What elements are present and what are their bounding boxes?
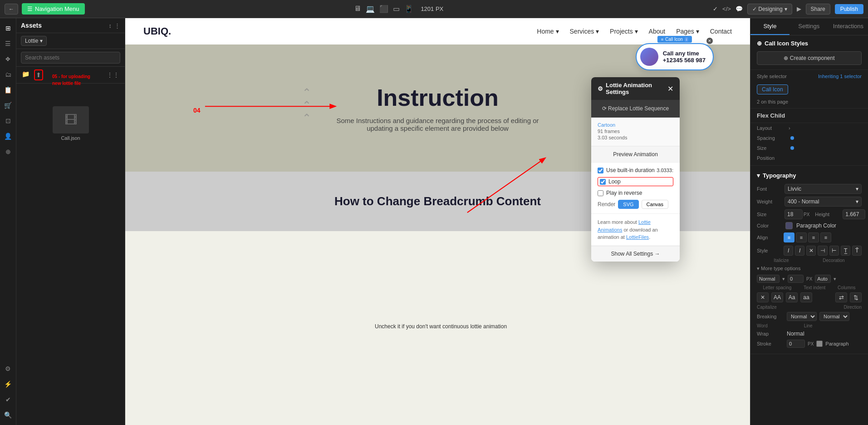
italic-button[interactable]: I (784, 246, 793, 256)
columns-input[interactable] (815, 275, 831, 283)
assets-menu-icon[interactable]: ⋮ (114, 22, 120, 29)
tab-interactions[interactable]: Interactions (829, 18, 868, 35)
folder-icon[interactable]: 📁 (21, 69, 30, 80)
tab-settings[interactable]: Settings (790, 18, 829, 35)
sidebar-item-pages[interactable]: ⊞ (2, 22, 15, 35)
render-svg-button[interactable]: SVG (618, 200, 638, 209)
lowercase-button[interactable]: aa (800, 292, 812, 302)
text-indent-input[interactable] (788, 275, 804, 283)
lottie-animations-link[interactable]: Lottie Animations (598, 219, 651, 232)
nav-contact[interactable]: Contact (710, 28, 732, 35)
direction-ltr-icon[interactable]: ⇄ (835, 292, 847, 302)
call-icon-close-button[interactable]: ✕ (706, 38, 713, 44)
align-right-icon[interactable]: ≡ (808, 232, 819, 242)
height-input[interactable] (843, 209, 865, 219)
sidebar-item-settings[interactable]: ⚙ (2, 362, 15, 375)
breaking-line-select[interactable]: Normal (819, 312, 849, 321)
stroke-input[interactable] (787, 340, 805, 348)
align-justify-icon[interactable]: ≡ (820, 232, 831, 242)
use-builtin-checkbox[interactable] (598, 168, 603, 173)
direction-rtl-icon[interactable]: ⇅ (850, 292, 862, 302)
laptop-icon[interactable]: 💻 (366, 5, 375, 13)
uppercase-button[interactable]: AA (771, 292, 783, 302)
letter-spacing-input[interactable] (757, 275, 780, 283)
sidebar-item-search[interactable]: 🔍 (2, 409, 15, 421)
layout-row[interactable]: Layout › (750, 123, 868, 133)
breaking-labels: Word Line (750, 322, 868, 329)
sidebar-item-apps[interactable]: ⊕ (2, 145, 15, 158)
more-type-options[interactable]: ▾ More type options (750, 264, 868, 273)
sidebar-item-components[interactable]: ❖ (2, 53, 15, 65)
position-row[interactable]: Position (750, 153, 868, 166)
assets-content: 🎞 Call.json (16, 102, 125, 425)
align-left-icon[interactable]: ≡ (784, 232, 794, 242)
assets-collapse-icon[interactable]: ↕ (109, 22, 112, 29)
nav-home[interactable]: Home ▾ (537, 28, 559, 35)
nav-projects[interactable]: Projects ▾ (610, 28, 638, 35)
comment-icon[interactable]: 💬 (736, 5, 743, 12)
underline-button[interactable]: T̲ (841, 246, 850, 256)
nav-services[interactable]: Services ▾ (570, 28, 599, 35)
replace-lottie-button[interactable]: ⟳ Replace Lottie Sequence (591, 100, 680, 118)
italic-style-button[interactable]: I (795, 246, 804, 256)
sidebar-item-assets[interactable]: 🗂 (2, 68, 15, 81)
size-input[interactable] (785, 209, 803, 219)
letter-spacing-row: ▾ PX ▾ (750, 273, 868, 284)
lottie-animation-modal[interactable]: ⚙ Lottie Animation Settings ✕ ⟳ Replace … (591, 77, 680, 262)
stroke-row: Stroke PX Paragraph (750, 338, 868, 349)
tab-style[interactable]: Style (750, 18, 790, 35)
asset-item-call-json[interactable]: 🎞 Call.json (21, 106, 120, 141)
tablet-h-icon[interactable]: ⬛ (379, 5, 388, 13)
sidebar-item-layers[interactable]: ☰ (2, 37, 15, 50)
search-input[interactable] (21, 52, 120, 64)
text-after-button[interactable]: ⊢ (829, 246, 839, 256)
nav-menu-button[interactable]: ☰ Navigation Menu (22, 3, 85, 15)
share-button[interactable]: Share (806, 4, 830, 15)
desktop-icon[interactable]: 🖥 (354, 5, 361, 13)
publish-button[interactable]: Publish (835, 4, 863, 14)
code-icon[interactable]: </> (722, 5, 731, 12)
mobile-icon[interactable]: 📱 (404, 5, 413, 13)
sidebar-item-optimize[interactable]: ⚡ (2, 378, 15, 390)
tablet-v-icon[interactable]: ▭ (393, 5, 400, 13)
canvas-area[interactable]: UBIQ. Home ▾ Services ▾ Projects ▾ About… (125, 18, 750, 425)
breaking-word-select[interactable]: Normal (787, 312, 817, 321)
capitalize-button[interactable]: Aa (786, 292, 798, 302)
render-canvas-button[interactable]: Canvas (642, 200, 668, 209)
nav-pages[interactable]: Pages ▾ (676, 28, 699, 35)
align-center-icon[interactable]: ≡ (796, 232, 807, 242)
loop-checkbox[interactable] (600, 179, 606, 185)
play-icon[interactable]: ▶ (797, 5, 801, 12)
sidebar-item-forms[interactable]: ⊡ (2, 114, 15, 127)
call-icon-widget[interactable]: ≡ Call Icon i ✕ Call any time +12345 568… (636, 43, 714, 70)
preview-animation-button[interactable]: Preview Animation (591, 146, 680, 163)
text-before-button[interactable]: ⊣ (818, 246, 827, 256)
size-row[interactable]: Size (750, 143, 868, 153)
designing-button[interactable]: ✓ Designing ▾ (747, 4, 792, 15)
color-swatch[interactable] (785, 222, 793, 229)
capitalize-row: ✕ AA Aa aa ⇄ ⇅ (750, 291, 868, 304)
show-all-settings-button[interactable]: Show All Settings → (591, 246, 680, 262)
lottie-files-link[interactable]: LottieFiles (626, 234, 649, 240)
grid-view-icon[interactable]: ⋮⋮ (106, 70, 120, 79)
font-select[interactable]: Livvic ▾ (785, 184, 862, 194)
sidebar-item-cms[interactable]: 📋 (2, 84, 15, 96)
sidebar-item-audit[interactable]: ✔ (2, 393, 15, 406)
upload-icon[interactable]: ⬆ (34, 69, 43, 80)
weight-select[interactable]: 400 - Normal ▾ (785, 197, 862, 207)
strikethrough-button[interactable]: ✕ (806, 246, 816, 256)
create-component-button[interactable]: ⊕ Create component (757, 51, 862, 65)
modal-close-button[interactable]: ✕ (667, 84, 673, 93)
call-icon-style-tag[interactable]: Call Icon (757, 84, 788, 94)
no-capitalize-button[interactable]: ✕ (757, 292, 769, 302)
overline-button[interactable]: T̄ (852, 246, 862, 256)
lottie-dropdown-button[interactable]: Lottie ▾ (21, 36, 47, 46)
left-sidebar-icons: ⊞ ☰ ❖ 🗂 📋 🛒 ⊡ 👤 ⊕ ⚙ ⚡ ✔ 🔍 (0, 18, 16, 425)
spacing-row[interactable]: Spacing (750, 133, 868, 143)
nav-about[interactable]: About (649, 28, 666, 35)
stroke-color-swatch[interactable] (816, 341, 823, 347)
sidebar-item-ecommerce[interactable]: 🛒 (2, 99, 15, 112)
play-reverse-checkbox[interactable] (598, 190, 603, 196)
back-button[interactable]: ← (5, 4, 18, 15)
sidebar-item-members[interactable]: 👤 (2, 130, 15, 143)
